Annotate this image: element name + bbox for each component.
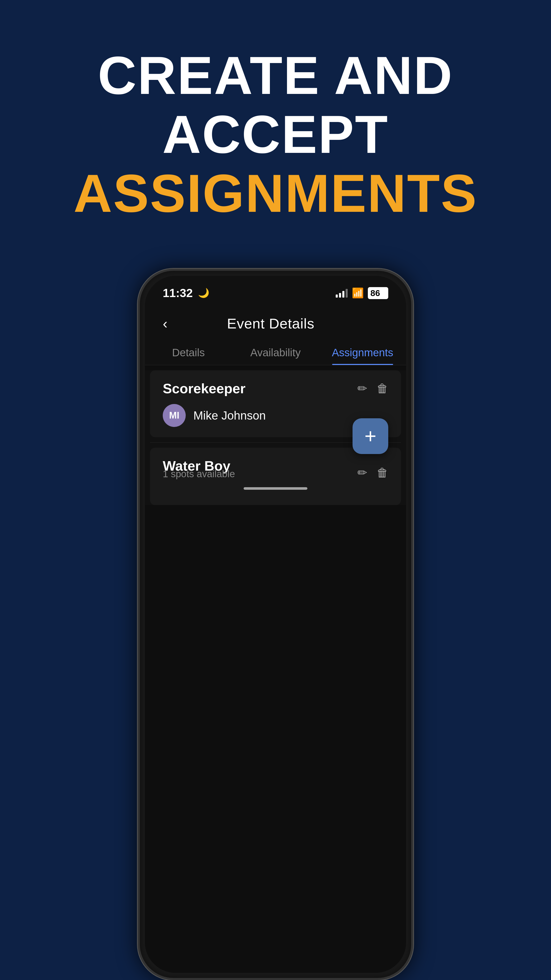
battery-indicator: 86	[368, 287, 388, 299]
page-header: CREATE AND ACCEPT ASSIGNMENTS	[0, 46, 551, 223]
back-button[interactable]: ‹	[160, 313, 170, 334]
assignee-name-mike: Mike Johnson	[193, 409, 266, 422]
status-icons: 📶 86	[336, 287, 388, 299]
header-line2: ASSIGNMENTS	[0, 164, 551, 223]
phone-wrapper: 11:32 🌙 📶 86	[138, 269, 413, 980]
home-indicator	[244, 487, 307, 490]
app-title: Event Details	[170, 315, 372, 332]
tab-availability[interactable]: Availability	[232, 339, 319, 365]
header-line1: CREATE AND ACCEPT	[0, 46, 551, 164]
edit-scorekeeper-button[interactable]: ✏	[357, 382, 367, 395]
fab-plus-icon: +	[365, 426, 376, 446]
phone-screen: 11:32 🌙 📶 86	[145, 276, 406, 973]
tabs-container: Details Availability Assignments	[145, 339, 406, 365]
assignment-card-waterboy: Water Boy 1 spots available ✏ 🗑	[150, 448, 401, 505]
delete-scorekeeper-button[interactable]: 🗑	[376, 382, 388, 395]
status-bar: 11:32 🌙 📶 86	[145, 276, 406, 305]
add-assignment-fab[interactable]: +	[353, 418, 388, 454]
app-nav: ‹ Event Details	[145, 305, 406, 339]
signal-bars-icon	[336, 288, 348, 298]
phone-shell: 11:32 🌙 📶 86	[138, 269, 413, 980]
assignment-title-scorekeeper: Scorekeeper	[163, 380, 245, 396]
delete-waterboy-button[interactable]: 🗑	[376, 466, 388, 479]
status-time: 11:32	[163, 286, 193, 300]
edit-waterboy-button[interactable]: ✏	[357, 466, 367, 479]
moon-icon: 🌙	[198, 288, 210, 298]
content-area: Scorekeeper ✏ 🗑 MI Mike Johnson	[145, 370, 406, 505]
wifi-icon: 📶	[352, 287, 364, 299]
avatar-mike: MI	[163, 404, 186, 427]
assignment-actions-scorekeeper: ✏ 🗑	[357, 382, 388, 395]
assignment-actions-waterboy: ✏ 🗑	[357, 466, 388, 479]
tab-assignments[interactable]: Assignments	[319, 339, 406, 365]
assignment-header-scorekeeper: Scorekeeper ✏ 🗑	[163, 380, 388, 396]
assignment-subtitle-waterboy: 1 spots available	[163, 469, 235, 479]
tab-details[interactable]: Details	[145, 339, 232, 365]
assignment-header-waterboy: Water Boy 1 spots available ✏ 🗑	[163, 458, 388, 487]
